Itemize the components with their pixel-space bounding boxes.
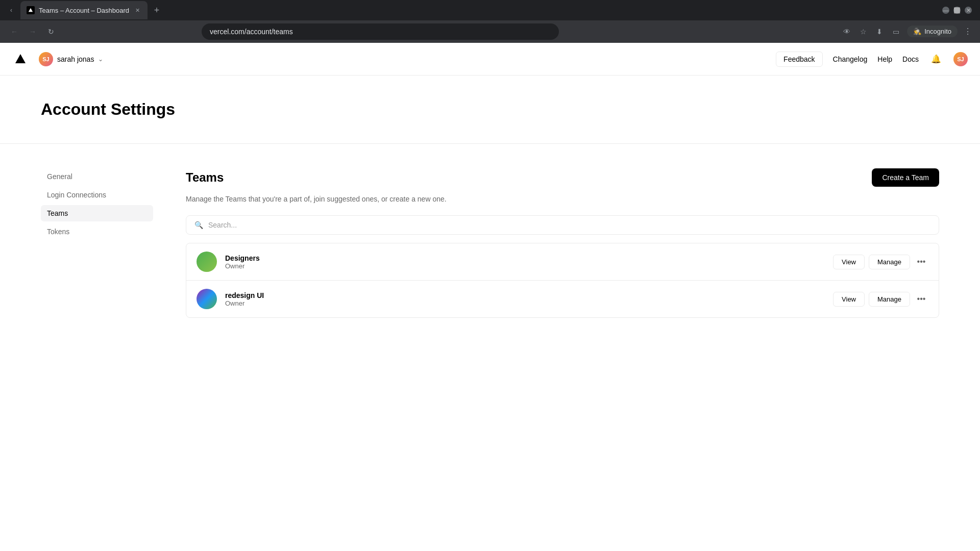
- sidebar-item-teams[interactable]: Teams: [41, 205, 153, 221]
- incognito-label: Incognito: [924, 28, 951, 35]
- teams-section: Teams Create a Team Manage the Teams tha…: [186, 168, 939, 318]
- teams-list: Designers Owner View Manage •••: [186, 243, 939, 318]
- forward-button[interactable]: →: [27, 26, 39, 38]
- search-input[interactable]: [208, 221, 930, 229]
- sidebar-item-general[interactable]: General: [41, 168, 153, 185]
- main-content: Account Settings General Login Connectio…: [0, 76, 980, 551]
- sidebar-item-login-connections[interactable]: Login Connections: [41, 187, 153, 203]
- nav-right: Feedback Changelog Help Docs 🔔 SJ: [776, 52, 968, 67]
- tab-close-button[interactable]: ✕: [133, 6, 141, 14]
- view-button[interactable]: View: [833, 292, 865, 307]
- svg-marker-1: [15, 54, 26, 63]
- bookmark-icon[interactable]: ☆: [858, 27, 868, 37]
- search-icon: 🔍: [194, 221, 203, 229]
- incognito-badge[interactable]: 🕵 Incognito: [907, 26, 958, 37]
- tab-favicon: [27, 6, 35, 14]
- more-options-button[interactable]: •••: [914, 292, 928, 306]
- help-link[interactable]: Help: [877, 55, 892, 63]
- sidebar-item-tokens[interactable]: Tokens: [41, 223, 153, 240]
- team-item: redesign UI Owner View Manage •••: [186, 281, 939, 317]
- vercel-logo[interactable]: [12, 51, 29, 67]
- team-info: redesign UI Owner: [225, 291, 825, 307]
- back-button[interactable]: ←: [8, 26, 20, 38]
- refresh-button[interactable]: ↻: [45, 26, 57, 38]
- team-name: redesign UI: [225, 291, 825, 299]
- section-title: Teams: [186, 170, 224, 185]
- url-text: vercel.com/account/teams: [210, 28, 293, 36]
- team-actions: View Manage •••: [833, 292, 928, 307]
- view-button[interactable]: View: [833, 255, 865, 269]
- changelog-link[interactable]: Changelog: [833, 55, 868, 63]
- feedback-button[interactable]: Feedback: [776, 52, 822, 67]
- team-actions: View Manage •••: [833, 255, 928, 269]
- team-item: Designers Owner View Manage •••: [186, 243, 939, 281]
- content-layout: General Login Connections Teams Tokens T…: [41, 168, 939, 318]
- maximize-button[interactable]: ⬜: [953, 7, 961, 14]
- minimize-button[interactable]: —: [942, 7, 949, 14]
- browser-menu-button[interactable]: ⋮: [964, 27, 972, 36]
- page-title: Account Settings: [41, 100, 939, 119]
- avatar: SJ: [39, 52, 53, 66]
- page: SJ sarah jonas ⌄ Feedback Changelog Help…: [0, 43, 980, 551]
- profile-avatar[interactable]: SJ: [953, 52, 968, 66]
- team-role: Owner: [225, 299, 825, 307]
- sidebar: General Login Connections Teams Tokens: [41, 168, 153, 318]
- user-name: sarah jonas: [57, 55, 94, 63]
- team-name: Designers: [225, 254, 825, 262]
- incognito-icon: 🕵: [913, 28, 921, 35]
- team-avatar-redesign: [197, 289, 217, 309]
- team-role: Owner: [225, 262, 825, 270]
- more-options-button[interactable]: •••: [914, 255, 928, 269]
- docs-link[interactable]: Docs: [902, 55, 919, 63]
- download-icon[interactable]: ⬇: [874, 27, 885, 37]
- url-bar[interactable]: vercel.com/account/teams: [202, 23, 559, 40]
- window-controls: — ⬜ ✕: [942, 7, 976, 14]
- tab-title: Teams – Account – Dashboard: [39, 7, 129, 14]
- screen-reader-icon[interactable]: 👁: [842, 27, 852, 37]
- team-avatar-designers: [197, 252, 217, 272]
- section-header: Teams Create a Team: [186, 168, 939, 187]
- tab-bar: ‹ Teams – Account – Dashboard ✕ + — ⬜ ✕: [0, 0, 980, 20]
- cast-icon[interactable]: ▭: [891, 27, 901, 37]
- address-right-controls: 👁 ☆ ⬇ ▭ 🕵 Incognito ⋮: [842, 26, 972, 37]
- team-info: Designers Owner: [225, 254, 825, 270]
- tab-scroll-left[interactable]: ‹: [4, 3, 18, 17]
- notifications-bell[interactable]: 🔔: [929, 52, 943, 66]
- search-box: 🔍: [186, 215, 939, 235]
- user-switcher[interactable]: SJ sarah jonas ⌄: [39, 52, 103, 66]
- close-button[interactable]: ✕: [965, 7, 972, 14]
- chevron-down-icon: ⌄: [98, 56, 103, 63]
- address-bar: ← → ↻ vercel.com/account/teams 👁 ☆ ⬇ ▭ 🕵…: [0, 20, 980, 43]
- new-tab-button[interactable]: +: [150, 3, 164, 17]
- svg-marker-0: [29, 8, 33, 12]
- manage-button[interactable]: Manage: [869, 292, 910, 307]
- active-tab[interactable]: Teams – Account – Dashboard ✕: [20, 1, 148, 19]
- section-description: Manage the Teams that you're a part of, …: [186, 195, 939, 203]
- divider: [0, 143, 980, 144]
- manage-button[interactable]: Manage: [869, 255, 910, 269]
- top-nav: SJ sarah jonas ⌄ Feedback Changelog Help…: [0, 43, 980, 76]
- create-team-button[interactable]: Create a Team: [872, 168, 939, 187]
